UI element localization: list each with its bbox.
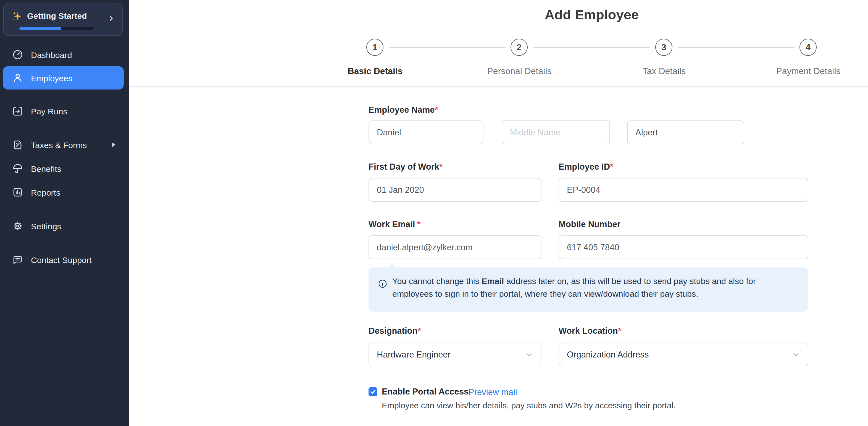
step-3-circle[interactable]: 3 bbox=[655, 39, 673, 56]
step-number: 1 bbox=[372, 42, 377, 52]
sidebar-item-label: Taxes & Forms bbox=[31, 140, 87, 149]
mobile-number-input[interactable] bbox=[559, 235, 808, 259]
label-text: First Day of Work bbox=[369, 162, 439, 171]
step-number: 2 bbox=[517, 42, 522, 52]
main-panel: Add Employee 1 2 3 4 Basic Details Perso… bbox=[129, 0, 868, 426]
sidebar-item-label: Pay Runs bbox=[31, 106, 67, 116]
step-2-circle[interactable]: 2 bbox=[510, 39, 528, 56]
getting-started-progress-fill bbox=[19, 27, 62, 30]
sidebar-item-contact-support[interactable]: Contact Support bbox=[3, 249, 124, 271]
required-asterisk: * bbox=[618, 326, 621, 335]
step-number: 4 bbox=[806, 42, 810, 52]
settings-icon bbox=[11, 220, 24, 232]
chevron-down-icon bbox=[525, 350, 533, 359]
sidebar-item-label: Contact Support bbox=[31, 255, 92, 264]
sidebar-item-label: Settings bbox=[31, 221, 61, 231]
reports-icon bbox=[11, 186, 24, 199]
getting-started-label: Getting Started bbox=[27, 11, 87, 21]
sidebar-item-pay-runs[interactable]: Pay Runs bbox=[3, 100, 124, 122]
step-4-circle[interactable]: 4 bbox=[800, 39, 817, 56]
step-label-personal-details[interactable]: Personal Details bbox=[487, 66, 552, 76]
label-text: Employee Name bbox=[369, 105, 435, 114]
label-text: Employee ID bbox=[559, 162, 610, 171]
email-info-note: You cannot change this Email address lat… bbox=[369, 267, 808, 312]
employee-name-label: Employee Name* bbox=[369, 105, 438, 115]
info-note-text: You cannot change this Email address lat… bbox=[392, 275, 797, 300]
step-1-circle[interactable]: 1 bbox=[366, 39, 383, 56]
form-basic-details: Employee Name* First Day of Work* Employ… bbox=[129, 87, 868, 426]
designation-label: Designation* bbox=[369, 326, 421, 336]
work-location-select[interactable]: Organization Address bbox=[559, 342, 808, 366]
app-window: Getting Started Dashboard bbox=[0, 0, 868, 426]
step-connector bbox=[678, 47, 795, 48]
sidebar-item-label: Reports bbox=[31, 188, 60, 197]
chevron-right-icon bbox=[107, 14, 115, 24]
sidebar-item-label: Employees bbox=[31, 73, 72, 83]
getting-started-progress-track bbox=[19, 27, 93, 30]
work-location-label: Work Location* bbox=[559, 326, 621, 336]
portal-access-helper-text: Employee can view his/her details, pay s… bbox=[382, 401, 676, 410]
info-text-bold: Email bbox=[482, 276, 504, 286]
sidebar-item-settings[interactable]: Settings bbox=[3, 215, 124, 237]
employees-icon bbox=[11, 72, 24, 84]
designation-select[interactable]: Hardware Engineer bbox=[369, 342, 541, 366]
last-name-input[interactable] bbox=[627, 120, 744, 144]
submenu-arrow-icon bbox=[112, 143, 116, 147]
enable-portal-access-checkbox[interactable] bbox=[369, 387, 377, 396]
info-icon bbox=[378, 279, 387, 291]
middle-name-input[interactable] bbox=[502, 120, 610, 144]
step-connector bbox=[533, 47, 650, 48]
info-text-prefix: You cannot change this bbox=[392, 276, 482, 286]
getting-started-card[interactable]: Getting Started bbox=[3, 3, 123, 36]
required-asterisk: * bbox=[439, 162, 442, 171]
chevron-down-icon bbox=[792, 350, 800, 359]
first-name-input[interactable] bbox=[369, 120, 484, 144]
employee-id-input[interactable] bbox=[559, 178, 808, 202]
step-label-payment-details[interactable]: Payment Details bbox=[776, 66, 841, 76]
check-icon bbox=[370, 389, 376, 395]
label-text: Work Email bbox=[369, 219, 415, 229]
required-asterisk: * bbox=[610, 162, 613, 171]
sidebar-item-dashboard[interactable]: Dashboard bbox=[3, 44, 124, 66]
enable-portal-access-label: Enable Portal Access bbox=[382, 387, 468, 397]
mobile-number-label: Mobile Number bbox=[559, 219, 620, 229]
step-label-basic-details[interactable]: Basic Details bbox=[347, 66, 403, 76]
label-text: Mobile Number bbox=[559, 219, 620, 229]
work-email-input[interactable] bbox=[369, 235, 541, 259]
wizard-header: Add Employee 1 2 3 4 Basic Details Perso… bbox=[129, 0, 868, 87]
sparkle-icon bbox=[11, 10, 23, 22]
dashboard-icon bbox=[11, 49, 24, 61]
benefits-icon bbox=[11, 162, 24, 175]
sidebar-item-employees[interactable]: Employees bbox=[3, 66, 124, 90]
preview-mail-link[interactable]: Preview mail bbox=[468, 387, 517, 397]
work-location-selected-value: Organization Address bbox=[567, 349, 649, 359]
sidebar-item-taxes-forms[interactable]: Taxes & Forms bbox=[3, 134, 124, 156]
required-asterisk: * bbox=[417, 326, 421, 335]
contact-support-icon bbox=[11, 253, 24, 266]
label-text: Designation bbox=[369, 326, 417, 335]
label-text: Work Location bbox=[559, 326, 618, 335]
sidebar: Getting Started Dashboard bbox=[0, 0, 129, 426]
first-day-of-work-label: First Day of Work* bbox=[369, 162, 442, 172]
sidebar-item-benefits[interactable]: Benefits bbox=[3, 157, 124, 180]
taxes-forms-icon bbox=[11, 139, 24, 151]
sidebar-item-reports[interactable]: Reports bbox=[3, 181, 124, 203]
designation-selected-value: Hardware Engineer bbox=[377, 349, 451, 359]
step-label-tax-details[interactable]: Tax Details bbox=[643, 66, 686, 76]
sidebar-item-label: Benefits bbox=[31, 164, 61, 173]
work-email-label: Work Email* bbox=[369, 219, 421, 229]
step-connector bbox=[389, 47, 505, 48]
pay-runs-icon bbox=[11, 105, 24, 117]
required-asterisk: * bbox=[435, 105, 438, 114]
page-title: Add Employee bbox=[545, 7, 639, 23]
sidebar-item-label: Dashboard bbox=[31, 50, 72, 59]
step-number: 3 bbox=[661, 42, 666, 52]
first-day-of-work-input[interactable] bbox=[369, 178, 541, 202]
employee-id-label: Employee ID* bbox=[559, 162, 613, 172]
required-asterisk: * bbox=[417, 219, 421, 229]
info-caret bbox=[387, 263, 396, 273]
